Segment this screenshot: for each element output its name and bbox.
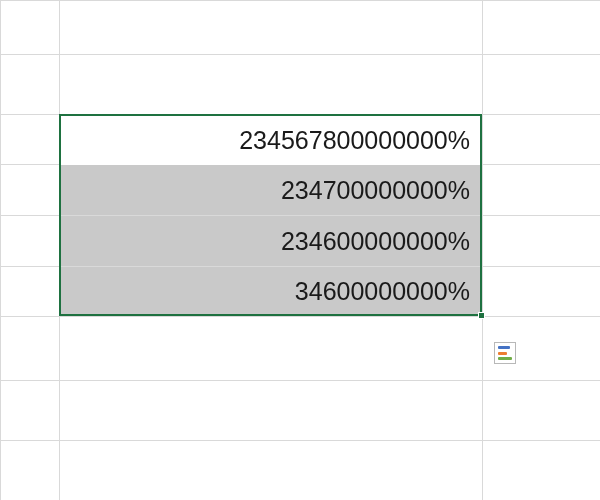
gridline — [0, 316, 600, 317]
quick-analysis-icon — [498, 346, 512, 360]
quick-analysis-button[interactable] — [494, 342, 516, 364]
spreadsheet-grid[interactable]: 234567800000000% 234700000000% 234600000… — [0, 0, 600, 500]
selection-border — [59, 114, 482, 316]
gridline — [0, 0, 1, 500]
gridline — [0, 54, 600, 55]
gridline — [482, 0, 483, 500]
fill-handle[interactable] — [478, 312, 485, 319]
gridline — [0, 440, 600, 441]
gridline — [0, 380, 600, 381]
gridline — [0, 0, 600, 1]
